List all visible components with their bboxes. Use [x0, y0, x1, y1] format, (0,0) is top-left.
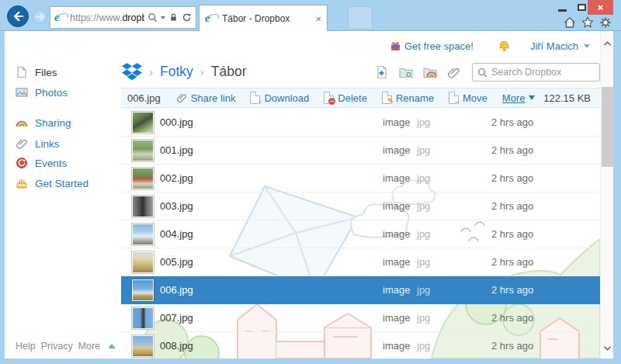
file-extension: jpg: [417, 256, 491, 268]
minimize-button[interactable]: [553, 0, 571, 15]
file-row[interactable]: 005.jpg image jpg 2 hrs ago: [121, 248, 600, 276]
browser-chrome: e https://www.dropbox.com/h e Tábor - Dr…: [0, 0, 621, 31]
file-extension: jpg: [417, 144, 491, 156]
more-link[interactable]: More: [78, 341, 100, 352]
chevron-down-icon: [584, 44, 590, 48]
chevron-up-icon: [603, 40, 612, 47]
link-icon: [16, 137, 28, 150]
file-row[interactable]: 007.jpg image jpg 2 hrs ago: [121, 304, 600, 332]
chevron-up-icon[interactable]: [108, 344, 116, 348]
notifications-bell-icon[interactable]: [498, 40, 510, 52]
close-button[interactable]: ×: [588, 0, 613, 15]
download-icon: ↓: [250, 92, 260, 104]
file-row[interactable]: 006.jpg image jpg 2 hrs ago: [121, 276, 600, 304]
file-thumbnail: [131, 195, 154, 218]
new-tab-button[interactable]: [348, 6, 373, 29]
search-input[interactable]: [491, 67, 595, 78]
file-name: 003.jpg: [160, 200, 383, 212]
file-thumbnail: [131, 167, 154, 190]
new-folder-button[interactable]: [399, 65, 413, 79]
file-kind: image: [383, 200, 411, 212]
breadcrumb-parent-link[interactable]: Fotky: [160, 64, 193, 80]
rainbow-icon: [16, 116, 28, 129]
file-size: 122.15 KB: [543, 92, 591, 104]
file-row[interactable]: 003.jpg image jpg 2 hrs ago: [121, 192, 600, 220]
sidebar-item-label: Events: [35, 158, 67, 169]
back-button[interactable]: [7, 5, 29, 27]
upload-file-button[interactable]: [375, 65, 389, 79]
dropbox-logo-icon[interactable]: [122, 63, 142, 81]
gift-icon: [390, 41, 401, 51]
sidebar-item-label: Get Started: [35, 178, 88, 189]
events-clock-icon: [16, 157, 28, 169]
chevron-down-icon: [603, 345, 612, 352]
url-text: https://www.dropbox.com/h: [70, 12, 144, 23]
file-rows: 000.jpg image jpg 2 hrs ago 001.jpg imag…: [121, 109, 600, 359]
forward-arrow-icon: [33, 9, 47, 24]
breadcrumb-separator: ›: [149, 65, 153, 78]
sidebar-item-label: Links: [35, 138, 60, 150]
file-kind: image: [383, 340, 411, 352]
file-row[interactable]: 004.jpg image jpg 2 hrs ago: [121, 220, 600, 248]
lock-icon: [168, 12, 179, 23]
file-thumbnail: [131, 111, 154, 134]
file-thumbnail: [131, 279, 154, 302]
search-icon: [477, 68, 487, 78]
sidebar-item-sharing[interactable]: Sharing: [16, 116, 71, 129]
file-name: 007.jpg: [160, 312, 383, 324]
address-dropdown-icon[interactable]: [161, 16, 165, 19]
scroll-up-button[interactable]: [601, 36, 613, 50]
file-extension: jpg: [417, 116, 491, 128]
file-modified: 2 hrs ago: [491, 228, 533, 240]
get-free-space-link[interactable]: Get free space!: [390, 40, 474, 52]
back-arrow-icon: [8, 5, 28, 27]
sidebar-item-get-started[interactable]: Get Started: [16, 177, 88, 189]
scrollbar-thumb[interactable]: [602, 87, 613, 167]
share-link-action[interactable]: Share link: [176, 92, 236, 104]
file-thumbnail: [131, 139, 154, 162]
file-row[interactable]: 000.jpg image jpg 2 hrs ago: [121, 109, 600, 137]
delete-action[interactable]: – Delete: [324, 92, 367, 104]
refresh-icon[interactable]: [182, 12, 192, 23]
file-modified: 2 hrs ago: [491, 116, 533, 128]
download-action[interactable]: ↓ Download: [250, 92, 309, 104]
file-extension: jpg: [417, 172, 491, 184]
scroll-down-button[interactable]: [601, 341, 613, 355]
settings-gear-icon[interactable]: [599, 16, 612, 29]
sidebar-item-photos[interactable]: Photos: [16, 86, 68, 99]
privacy-link[interactable]: Privacy: [41, 341, 73, 352]
address-bar[interactable]: e https://www.dropbox.com/h: [50, 6, 196, 29]
share-folder-button[interactable]: [423, 65, 437, 79]
folder-toolbar: [375, 65, 484, 79]
file-kind: image: [383, 284, 411, 296]
search-icon[interactable]: [147, 12, 158, 23]
search-box[interactable]: [472, 63, 600, 81]
file-modified: 2 hrs ago: [491, 312, 533, 324]
breadcrumb-current: Tábor: [211, 64, 247, 80]
vertical-scrollbar[interactable]: [600, 31, 613, 359]
sidebar-item-label: Sharing: [35, 117, 71, 129]
rename-action[interactable]: ✎ Rename: [382, 92, 434, 104]
sidebar-item-links[interactable]: Links: [16, 137, 60, 150]
favorites-star-icon[interactable]: [581, 16, 594, 29]
file-modified: 2 hrs ago: [491, 172, 533, 184]
file-name: 002.jpg: [160, 172, 383, 184]
home-icon[interactable]: [564, 16, 576, 29]
tab-close-icon[interactable]: ×: [315, 14, 321, 24]
file-extension: jpg: [417, 312, 491, 324]
user-menu[interactable]: Jiří Macich: [530, 40, 590, 52]
more-menu[interactable]: More: [502, 92, 536, 104]
sidebar-item-label: Photos: [35, 87, 68, 99]
file-row[interactable]: 002.jpg image jpg 2 hrs ago: [121, 165, 600, 192]
file-row[interactable]: 008.jpg image jpg 2 hrs ago: [121, 332, 600, 359]
forward-button[interactable]: [33, 9, 47, 24]
sidebar-item-files[interactable]: Files: [16, 66, 57, 78]
file-row[interactable]: 001.jpg image jpg 2 hrs ago: [121, 137, 600, 165]
help-link[interactable]: Help: [16, 341, 36, 352]
file-kind: image: [383, 312, 411, 324]
browser-tab[interactable]: e Tábor - Dropbox ×: [199, 5, 328, 32]
file-modified: 2 hrs ago: [491, 256, 533, 268]
link-button[interactable]: [447, 66, 460, 79]
move-action[interactable]: → Move: [449, 92, 487, 104]
sidebar-item-events[interactable]: Events: [16, 157, 67, 169]
